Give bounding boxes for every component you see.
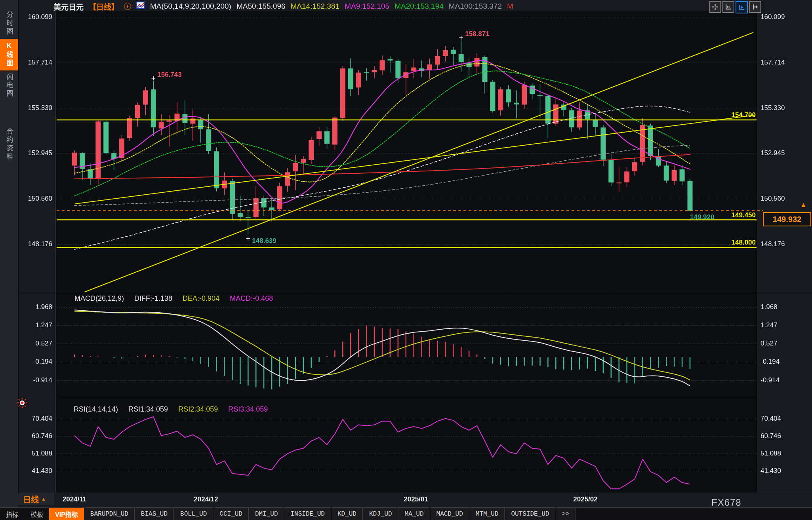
- rsi-axis-tick-right: 70.404: [761, 415, 781, 423]
- macd-axis-tick-left: 1.247: [22, 321, 52, 329]
- x-axis-month-label: 2024/11: [63, 495, 87, 503]
- sidebar-item-contract[interactable]: 合约资料: [0, 123, 18, 166]
- support-price-label: 149.920: [690, 213, 714, 221]
- axis-play-icon[interactable]: [736, 1, 748, 13]
- rsi-axis-tick-left: 51.088: [22, 450, 52, 457]
- macd-axis-tick-left: 1.968: [22, 303, 52, 311]
- main-axis-tick-right: 150.560: [761, 195, 785, 203]
- ma20-value: MA20:153.194: [395, 2, 444, 11]
- rsi-axis-tick-right: 51.088: [761, 450, 781, 457]
- price-chart-canvas[interactable]: [0, 0, 812, 520]
- rsi-params-label: RSI(14,14,14): [74, 405, 118, 414]
- chart-type-icon[interactable]: [136, 2, 145, 11]
- period-arrow-icon: ▲: [41, 496, 46, 502]
- candle-annotation: 156.743: [157, 71, 181, 79]
- rsi-axis-tick-right: 60.746: [761, 432, 781, 440]
- x-axis-month-label: 2025/02: [573, 495, 597, 503]
- sidebar-item-flash[interactable]: 闪电图: [0, 70, 18, 101]
- candle-annotation: 158.871: [465, 30, 489, 38]
- main-axis-tick-right: 160.099: [761, 13, 785, 21]
- main-axis-tick-left: 148.176: [22, 240, 52, 248]
- macd-axis-tick-right: 1.247: [761, 321, 778, 329]
- indicator-tab-dmiud[interactable]: DMI_UD: [249, 508, 284, 520]
- main-axis-tick-right: 152.945: [761, 149, 785, 157]
- indicator-tab-[interactable]: >>: [555, 508, 576, 520]
- indicator-tab-macdud[interactable]: MACD_UD: [430, 508, 469, 520]
- macd-legend: MACD(26,12,9) DIFF:-1.138 DEA:-0.904 MAC…: [74, 294, 273, 303]
- macd-bar-value: MACD:-0.468: [230, 294, 273, 303]
- sidebar-item-kline[interactable]: K线图: [0, 39, 18, 70]
- main-axis-tick-right: 155.330: [761, 104, 785, 112]
- macd-axis-tick-right: -0.194: [761, 358, 780, 366]
- macd-params-label: MACD(26,12,9): [74, 294, 124, 303]
- indicator-tab-kdud[interactable]: KD_UD: [331, 508, 363, 520]
- price-up-arrow-icon: ▲: [800, 201, 807, 209]
- period-label: 日线: [23, 493, 39, 505]
- main-axis-tick-right: 157.714: [761, 59, 785, 66]
- rsi-legend: RSI(14,14,14) RSI1:34.059 RSI2:34.059 RS…: [74, 405, 268, 414]
- indicator-tab-[interactable]: 模板: [25, 508, 49, 520]
- candle-annotation: 148.639: [252, 237, 276, 245]
- macd-diff-value: DIFF:-1.138: [134, 294, 172, 303]
- indicator-tab-cciud[interactable]: CCI_UD: [213, 508, 249, 520]
- shift-right-icon[interactable]: [749, 1, 761, 13]
- ma9-value: MA9:152.105: [345, 2, 389, 11]
- macd-axis-tick-left: -0.914: [22, 376, 52, 384]
- brand-watermark: FX678: [711, 497, 741, 508]
- rsi-axis-tick-right: 41.430: [761, 467, 781, 475]
- sidebar-item-timeline[interactable]: 分时图: [0, 7, 18, 40]
- indicator-tab-vip[interactable]: VIP指标: [49, 508, 84, 520]
- axis-scale-icon[interactable]: [722, 1, 734, 13]
- add-indicator-icon[interactable]: +: [124, 3, 131, 10]
- current-price-tag: 149.932: [763, 212, 811, 226]
- rsi-axis-tick-left: 60.746: [22, 432, 52, 440]
- ma100-value: MA100:153.372: [449, 2, 502, 11]
- main-axis-tick-left: 155.330: [22, 104, 52, 112]
- indicator-tab-barupdnud[interactable]: BARUPDN_UD: [84, 508, 135, 520]
- main-axis-tick-left: 152.945: [22, 149, 52, 157]
- indicator-tab-bar: 指标模板VIP指标BARUPDN_UDBIAS_UDBOLL_UDCCI_UDD…: [0, 507, 812, 520]
- sidebar: 分时图 K线图 闪电图 合约资料: [0, 0, 19, 520]
- price-line-label: 154.700: [697, 111, 756, 119]
- price-line-label: 148.000: [697, 239, 756, 247]
- period-selector[interactable]: 日线 ▲: [15, 493, 54, 505]
- rsi-axis-tick-left: 41.430: [22, 467, 52, 475]
- main-axis-tick-left: 157.714: [22, 59, 52, 66]
- x-axis-month-label: 2025/01: [404, 495, 428, 503]
- indicator-tab-maud[interactable]: MA_UD: [398, 508, 430, 520]
- rsi-axis-tick-left: 70.404: [22, 415, 52, 423]
- symbol-name: 美元日元: [53, 1, 84, 12]
- macd-axis-tick-right: 0.527: [761, 340, 778, 347]
- indicator-tab-[interactable]: 指标: [0, 508, 25, 520]
- chart-header: 美元日元 【日线】 + MA(50,14,9,20,100,200) MA50:…: [53, 1, 513, 12]
- macd-axis-tick-left: -0.194: [22, 358, 52, 366]
- indicator-tab-bollud[interactable]: BOLL_UD: [174, 508, 213, 520]
- macd-dea-value: DEA:-0.904: [183, 294, 219, 303]
- rsi1-value: RSI1:34.059: [128, 405, 168, 414]
- ma-params-label: MA(50,14,9,20,100,200): [150, 2, 231, 11]
- ma50-value: MA50:155.096: [236, 2, 286, 11]
- live-blink-icon: [17, 397, 28, 410]
- macd-axis-tick-right: -0.914: [761, 376, 780, 384]
- rsi2-value: RSI2:34.059: [178, 405, 218, 414]
- main-axis-tick-left: 160.099: [22, 13, 52, 21]
- period-tag[interactable]: 【日线】: [89, 1, 119, 12]
- indicator-tab-kdjud[interactable]: KDJ_UD: [363, 508, 398, 520]
- main-axis-tick-left: 150.560: [22, 195, 52, 203]
- ma14-value: MA14:152.381: [291, 2, 340, 11]
- rsi3-value: RSI3:34.059: [228, 405, 268, 414]
- ma200-value: M: [507, 2, 513, 11]
- move-crosshair-icon[interactable]: [709, 1, 721, 13]
- main-axis-tick-right: 148.176: [761, 240, 785, 248]
- indicator-tab-insideud[interactable]: INSIDE_UD: [284, 508, 331, 520]
- indicator-tab-mtmud[interactable]: MTM_UD: [469, 508, 505, 520]
- indicator-tab-biasud[interactable]: BIAS_UD: [135, 508, 174, 520]
- macd-axis-tick-left: 0.527: [22, 340, 52, 347]
- macd-axis-tick-right: 1.968: [761, 303, 778, 311]
- chart-toolbar: [709, 1, 761, 13]
- x-axis-month-label: 2024/12: [194, 495, 218, 503]
- indicator-tab-outsideud[interactable]: OUTSIDE_UD: [505, 508, 555, 520]
